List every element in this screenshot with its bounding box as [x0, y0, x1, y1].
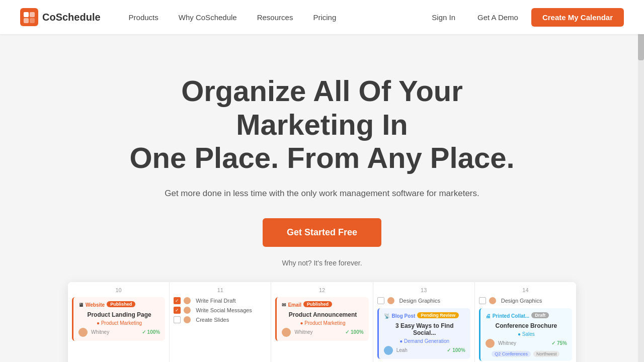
card-owner: Whitney	[294, 329, 312, 334]
checklist-11: Write Final Draft Write Social Messages	[174, 297, 267, 323]
card-blog-social: 📡 Blog Post Pending Review 3 Easy Ways t…	[377, 308, 470, 359]
day-number-10: 10	[72, 286, 165, 294]
day-number-14: 14	[479, 286, 572, 294]
nav-links: Products Why CoSchedule Resources Pricin…	[121, 9, 423, 26]
scrollbar[interactable]	[638, 0, 644, 362]
card-email-announcement: ✉ Email Published Product Announcement ●…	[275, 297, 368, 341]
card-category: ● Sales	[486, 331, 567, 337]
svg-rect-3	[24, 18, 29, 23]
avatar	[384, 346, 393, 355]
checklist-item-1: Write Final Draft	[174, 297, 267, 304]
card-avatar: Leah	[384, 346, 408, 355]
day-column-14: 14 Design Graphics 🖨 Printed Collat... D…	[475, 282, 576, 362]
avatar	[184, 316, 191, 323]
checklist-design-graphics-13: Design Graphics	[377, 297, 470, 304]
hero-title: Organize All Of Your Marketing In One Pl…	[116, 74, 528, 175]
checklist-item-3: Create Slides	[174, 316, 267, 323]
avatar-small-check2	[184, 307, 193, 314]
brand-name: CoSchedule	[42, 12, 101, 23]
card-title: Product Announcement	[282, 311, 363, 318]
card-type: Email	[288, 302, 301, 308]
avatar	[387, 297, 394, 304]
create-calendar-button[interactable]: Create My Calendar	[531, 8, 624, 27]
card-type: Website	[86, 302, 105, 308]
avatar	[486, 339, 495, 348]
card-category: ● Demand Generation	[384, 338, 465, 344]
avatar	[282, 328, 291, 337]
card-title: 3 Easy Ways to Find Social...	[384, 322, 465, 336]
checklist-design-graphics-14: Design Graphics	[479, 297, 572, 304]
card-avatar: Whitney	[486, 339, 516, 348]
card-progress: ✓ 100%	[345, 329, 363, 335]
avatar-small-check	[184, 297, 193, 304]
card-tag-draft: Draft	[531, 312, 549, 318]
checklist-label-design-14: Design Graphics	[501, 298, 542, 304]
checklist-label-1: Write Final Draft	[196, 298, 235, 304]
card-tags: Q2 Conferences Northwest	[486, 350, 567, 357]
avatar	[489, 297, 496, 304]
card-tag-published: Published	[107, 301, 135, 307]
card-progress: ✓ 100%	[447, 347, 465, 353]
card-type: Blog Post	[392, 313, 416, 319]
dashboard-preview: 10 🖥 Website Published Product Landing P…	[68, 282, 576, 362]
avatar-small-check3	[184, 316, 193, 323]
hero-section: Organize All Of Your Marketing In One Pl…	[0, 34, 644, 362]
card-progress: ✓ 100%	[142, 329, 160, 335]
day-number-12: 12	[275, 286, 368, 294]
day-column-11: 11 Write Final Draft	[170, 282, 271, 362]
card-title: Product Landing Page	[78, 311, 160, 318]
card-print-brochure: 🖨 Printed Collat... Draft Conference Bro…	[479, 308, 572, 361]
card-avatar: Whitney	[78, 328, 109, 337]
avatar	[78, 328, 88, 337]
day-column-10: 10 🖥 Website Published Product Landing P…	[68, 282, 170, 362]
dashboard-grid: 10 🖥 Website Published Product Landing P…	[68, 282, 576, 362]
coschedule-logo-icon	[20, 8, 38, 26]
card-website-landing: 🖥 Website Published Product Landing Page…	[72, 297, 165, 341]
get-demo-link[interactable]: Get A Demo	[468, 9, 527, 26]
avatar	[184, 297, 191, 304]
nav-right: Sign In Get A Demo Create My Calendar	[423, 8, 624, 27]
day-column-13: 13 Design Graphics 📡 Blog Post Pending R…	[373, 282, 475, 362]
hero-subtitle: Get more done in less time with the only…	[20, 187, 624, 200]
card-progress: ✓ 75%	[551, 340, 567, 346]
hero-free-text: Why not? It's free forever.	[20, 259, 624, 267]
svg-rect-4	[30, 18, 35, 23]
card-owner: Whitney	[91, 329, 109, 334]
checklist-item-2: Write Social Messages	[174, 307, 267, 314]
day-number-11: 11	[174, 286, 267, 294]
checklist-label-design-13: Design Graphics	[399, 298, 440, 304]
svg-rect-2	[30, 12, 35, 17]
navbar: CoSchedule Products Why CoSchedule Resou…	[0, 0, 644, 34]
logo[interactable]: CoSchedule	[20, 8, 101, 26]
checkbox-design-13	[377, 297, 384, 304]
card-category: ● Product Marketing	[78, 320, 160, 326]
nav-products[interactable]: Products	[121, 9, 167, 26]
nav-why-coschedule[interactable]: Why CoSchedule	[171, 9, 245, 26]
checkbox-design-14	[479, 297, 486, 304]
card-tag-review: Pending Review	[417, 312, 459, 318]
checklist-label-2: Write Social Messages	[196, 307, 252, 313]
svg-rect-0	[20, 8, 38, 26]
nav-pricing[interactable]: Pricing	[305, 9, 344, 26]
get-started-button[interactable]: Get Started Free	[263, 218, 381, 247]
card-tag-published: Published	[303, 301, 332, 307]
svg-rect-1	[24, 12, 29, 17]
card-owner: Whitney	[498, 340, 516, 345]
checklist-label-3: Create Slides	[196, 317, 229, 323]
checkbox-3	[174, 316, 181, 323]
tag-northwest: Northwest	[533, 351, 560, 357]
card-title: Conference Brochure	[486, 322, 567, 329]
avatar	[184, 307, 191, 314]
nav-resources[interactable]: Resources	[249, 9, 301, 26]
day-number-13: 13	[377, 286, 470, 294]
day-column-12: 12 ✉ Email Published Product Announcemen…	[271, 282, 373, 362]
card-category: ● Product Marketing	[282, 320, 363, 326]
checkbox-2	[174, 307, 181, 314]
card-owner: Leah	[396, 347, 408, 352]
tag-q2-conferences: Q2 Conferences	[492, 351, 531, 357]
card-avatar: Whitney	[282, 328, 312, 337]
sign-in-link[interactable]: Sign In	[423, 9, 464, 26]
checkbox-1	[174, 297, 181, 304]
card-type: Printed Collat...	[493, 313, 529, 319]
